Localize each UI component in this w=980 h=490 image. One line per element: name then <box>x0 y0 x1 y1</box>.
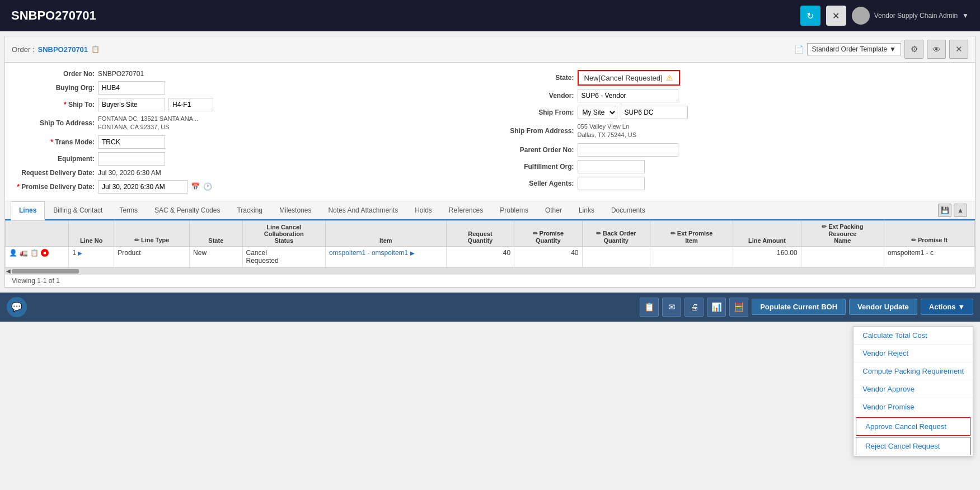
toolbar-right: 📋 ✉ 🖨 📊 🧮 Populate Current BOH Vendor Up… <box>640 298 973 317</box>
copy-icon[interactable]: 📋 <box>91 45 100 53</box>
scroll-left-btn[interactable]: ◀ <box>6 268 11 274</box>
save-icon-btn[interactable]: 💾 <box>938 204 951 217</box>
tab-documents[interactable]: Documents <box>603 201 654 219</box>
line-type-edit-icon[interactable]: ✏ <box>134 237 139 243</box>
user-name: Vendor Supply Chain Admin <box>874 12 958 20</box>
promise-qty-edit-icon[interactable]: ✏ <box>533 230 538 237</box>
template-icon-btn[interactable]: ⚙ <box>904 40 923 59</box>
promise-it-edit-icon[interactable]: ✏ <box>911 237 916 243</box>
calendar-icon[interactable]: 📅 <box>191 182 200 191</box>
page-title: SNBPO270701 <box>11 8 96 23</box>
bottom-toolbar: 💬 📋 ✉ 🖨 📊 🧮 Populate Current BOH Vendor … <box>0 293 980 322</box>
parent-order-row: Parent Order No: <box>496 142 964 158</box>
row-icons: 👤 🚛 📋 ■ <box>9 249 65 257</box>
state-value: New[Cancel Requested] <box>584 74 663 82</box>
order-bar-right: 📄 Standard Order Template ▼ ⚙ 👁 ✕ <box>794 40 968 59</box>
item-link[interactable]: omspoitem1 - omspoitem1 <box>329 249 408 257</box>
ship-from-address-label: Ship From Address: <box>496 127 574 135</box>
parent-order-label: Parent Order No: <box>496 146 574 154</box>
tab-sac[interactable]: SAC & Penalty Codes <box>146 201 228 219</box>
vendor-label: Vendor: <box>496 92 574 100</box>
order-no-row: Order No: SNBPO270701 <box>16 68 485 79</box>
ext-packing-edit-icon[interactable]: ✏ <box>822 223 827 230</box>
ext-promise-edit-icon[interactable]: ✏ <box>670 230 676 237</box>
tab-references[interactable]: References <box>440 201 491 219</box>
export-toolbar-btn[interactable]: 📊 <box>707 298 726 317</box>
col-item: Item <box>325 220 446 246</box>
vendor-update-btn[interactable]: Vendor Update <box>849 299 917 315</box>
ship-to-address-label: Ship To Address: <box>16 119 95 127</box>
tab-holds[interactable]: Holds <box>406 201 440 219</box>
promise-delivery-input[interactable] <box>98 180 187 194</box>
maximize-btn[interactable]: ✕ <box>949 40 968 59</box>
tab-problems[interactable]: Problems <box>491 201 537 219</box>
clock-icon[interactable]: 🕐 <box>203 182 212 191</box>
template-icon: 📄 <box>794 45 804 54</box>
ship-to-site-input[interactable] <box>98 98 165 111</box>
print-toolbar-btn[interactable]: 🖨 <box>684 298 704 317</box>
cell-icons: 👤 🚛 📋 ■ <box>6 246 69 267</box>
cell-cancel-collab: CancelRequested <box>242 246 325 267</box>
populate-boh-btn[interactable]: Populate Current BOH <box>752 299 846 315</box>
ship-from-code-input[interactable] <box>621 106 688 119</box>
viewing-text: Viewing 1-1 of 1 <box>12 277 60 285</box>
item-arrow[interactable]: ▶ <box>410 250 415 256</box>
collapse-icon-btn[interactable]: ▲ <box>954 204 967 217</box>
line-no-value: 1 <box>72 249 76 257</box>
refresh-button[interactable]: ↻ <box>800 6 820 26</box>
col-state: State <box>190 220 242 246</box>
viewing-bar: Viewing 1-1 of 1 <box>5 275 975 288</box>
fulfillment-label: Fulfillment Org: <box>496 163 574 171</box>
tab-billing[interactable]: Billing & Contact <box>45 201 111 219</box>
tab-other[interactable]: Other <box>537 201 570 219</box>
truck-icon[interactable]: 🚛 <box>20 249 28 257</box>
vendor-row: Vendor: <box>496 87 964 104</box>
cell-line-amount: 160.00 <box>733 246 801 267</box>
calc-toolbar-btn[interactable]: 🧮 <box>729 298 748 317</box>
cell-promise-it: omspoitem1 - c <box>884 246 975 267</box>
ship-from-type-select[interactable]: My Site <box>578 106 617 119</box>
ship-to-code-input[interactable] <box>168 98 213 111</box>
cell-line-no: 1 ▶ <box>69 246 114 267</box>
equipment-input[interactable] <box>98 152 165 166</box>
col-backorder-qty: ✏ Back OrderQuantity <box>582 220 650 246</box>
copy-toolbar-btn[interactable]: 📋 <box>640 298 659 317</box>
col-line-amount: Line Amount <box>733 220 801 246</box>
chat-button[interactable]: 💬 <box>7 297 27 317</box>
header-right: ↻ ✕ Vendor Supply Chain Admin ▼ <box>800 6 969 26</box>
clipboard-icon[interactable]: 📋 <box>30 249 39 257</box>
state-row: State: New[Cancel Requested] ⚠ <box>496 68 964 87</box>
trans-mode-label: Trans Mode: <box>16 138 95 146</box>
tab-notes[interactable]: Notes And Attachments <box>320 201 406 219</box>
template-dropdown-btn[interactable]: Standard Order Template ▼ <box>807 43 901 55</box>
scroll-thumb[interactable] <box>12 269 79 274</box>
warning-icon: ⚠ <box>666 73 673 82</box>
trans-mode-input[interactable] <box>98 135 165 149</box>
actions-btn[interactable]: Actions ▼ <box>921 299 973 315</box>
backorder-qty-edit-icon[interactable]: ✏ <box>596 230 601 237</box>
order-no-value: SNBPO270701 <box>98 70 144 78</box>
req-delivery-row: Request Delivery Date: Jul 30, 2020 6:30… <box>16 167 485 178</box>
buying-org-input[interactable] <box>98 81 165 95</box>
line-no-arrow[interactable]: ▶ <box>78 250 82 256</box>
person-icon[interactable]: 👤 <box>9 249 17 257</box>
tab-lines[interactable]: Lines <box>11 201 45 220</box>
stop-icon: ■ <box>41 249 49 257</box>
vendor-input[interactable] <box>578 89 678 102</box>
parent-order-input[interactable] <box>578 143 678 157</box>
tab-milestones[interactable]: Milestones <box>271 201 320 219</box>
seller-agents-input[interactable] <box>578 177 645 190</box>
tab-links[interactable]: Links <box>570 201 603 219</box>
ship-from-row: Ship From: My Site <box>496 104 964 121</box>
tab-terms[interactable]: Terms <box>111 201 146 219</box>
close-button[interactable]: ✕ <box>826 6 846 26</box>
user-dropdown-arrow[interactable]: ▼ <box>962 12 969 20</box>
horizontal-scrollbar[interactable]: ◀ <box>5 268 975 275</box>
view-icon-btn[interactable]: 👁 <box>927 40 946 59</box>
ship-to-address-row: Ship To Address: FONTANA DC, 13521 SANTA… <box>16 113 485 134</box>
fulfillment-input[interactable] <box>578 160 645 173</box>
ship-from-address-row: Ship From Address: 055 Valley View LnDal… <box>496 121 964 142</box>
email-toolbar-btn[interactable]: ✉ <box>662 298 681 317</box>
ship-from-label: Ship From: <box>496 109 574 116</box>
tab-tracking[interactable]: Tracking <box>228 201 271 219</box>
